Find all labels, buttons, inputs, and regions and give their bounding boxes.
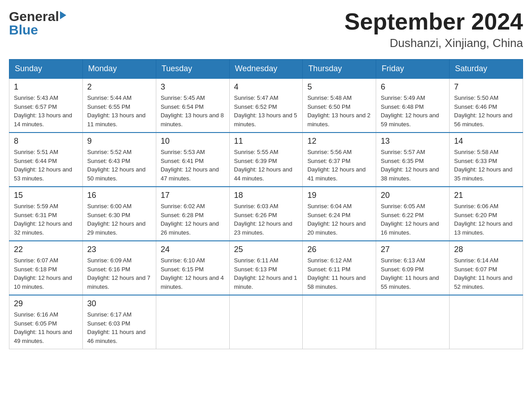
day-info: Sunrise: 6:16 AMSunset: 6:05 PMDaylight:… xyxy=(14,310,78,345)
calendar-week-row: 1 Sunrise: 5:43 AMSunset: 6:57 PMDayligh… xyxy=(9,78,523,133)
day-info: Sunrise: 6:14 AMSunset: 6:07 PMDaylight:… xyxy=(454,256,518,291)
calendar-table: Sunday Monday Tuesday Wednesday Thursday… xyxy=(9,59,523,349)
day-number: 24 xyxy=(161,245,225,254)
day-number: 10 xyxy=(161,137,225,146)
day-number: 6 xyxy=(381,82,445,92)
day-info: Sunrise: 5:51 AMSunset: 6:44 PMDaylight:… xyxy=(14,148,78,183)
day-number: 1 xyxy=(14,82,78,92)
day-info: Sunrise: 6:17 AMSunset: 6:03 PMDaylight:… xyxy=(87,310,151,345)
table-row: 1 Sunrise: 5:43 AMSunset: 6:57 PMDayligh… xyxy=(9,78,83,133)
table-row: 18 Sunrise: 6:03 AMSunset: 6:26 PMDaylig… xyxy=(229,187,303,241)
day-number: 26 xyxy=(307,245,371,254)
table-row: 23 Sunrise: 6:09 AMSunset: 6:16 PMDaylig… xyxy=(82,241,156,295)
day-number: 7 xyxy=(454,82,518,92)
day-info: Sunrise: 5:45 AMSunset: 6:54 PMDaylight:… xyxy=(161,94,225,128)
header-sunday: Sunday xyxy=(9,60,83,79)
day-info: Sunrise: 6:09 AMSunset: 6:16 PMDaylight:… xyxy=(87,256,151,291)
day-number: 3 xyxy=(161,82,225,92)
header-monday: Monday xyxy=(82,60,156,79)
day-number: 17 xyxy=(161,191,225,200)
day-number: 4 xyxy=(234,82,298,92)
header-friday: Friday xyxy=(376,60,450,79)
calendar-week-row: 29 Sunrise: 6:16 AMSunset: 6:05 PMDaylig… xyxy=(9,295,523,349)
day-number: 21 xyxy=(454,191,518,200)
calendar-subtitle: Dushanzi, Xinjiang, China xyxy=(344,36,523,50)
day-number: 18 xyxy=(234,191,298,200)
day-number: 23 xyxy=(87,245,151,254)
logo-general-text: General xyxy=(9,9,59,24)
day-info: Sunrise: 5:43 AMSunset: 6:57 PMDaylight:… xyxy=(14,94,78,128)
day-info: Sunrise: 6:06 AMSunset: 6:20 PMDaylight:… xyxy=(454,202,518,237)
calendar-week-row: 22 Sunrise: 6:07 AMSunset: 6:18 PMDaylig… xyxy=(9,241,523,295)
day-number: 16 xyxy=(87,191,151,200)
table-row: 10 Sunrise: 5:53 AMSunset: 6:41 PMDaylig… xyxy=(156,133,229,187)
day-info: Sunrise: 6:02 AMSunset: 6:28 PMDaylight:… xyxy=(161,202,225,237)
table-row: 9 Sunrise: 5:52 AMSunset: 6:43 PMDayligh… xyxy=(82,133,156,187)
day-number: 9 xyxy=(87,137,151,146)
day-info: Sunrise: 6:03 AMSunset: 6:26 PMDaylight:… xyxy=(234,202,298,237)
table-row: 12 Sunrise: 5:56 AMSunset: 6:37 PMDaylig… xyxy=(303,133,376,187)
day-number: 29 xyxy=(14,299,78,308)
day-info: Sunrise: 5:44 AMSunset: 6:55 PMDaylight:… xyxy=(87,94,151,128)
day-info: Sunrise: 5:48 AMSunset: 6:50 PMDaylight:… xyxy=(307,94,371,128)
calendar-week-row: 15 Sunrise: 5:59 AMSunset: 6:31 PMDaylig… xyxy=(9,187,523,241)
day-number: 27 xyxy=(381,245,445,254)
day-number: 13 xyxy=(381,137,445,146)
day-info: Sunrise: 5:57 AMSunset: 6:35 PMDaylight:… xyxy=(381,148,445,183)
day-number: 5 xyxy=(307,82,371,92)
day-info: Sunrise: 6:10 AMSunset: 6:15 PMDaylight:… xyxy=(161,256,225,291)
table-row: 16 Sunrise: 6:00 AMSunset: 6:30 PMDaylig… xyxy=(82,187,156,241)
table-row: 7 Sunrise: 5:50 AMSunset: 6:46 PMDayligh… xyxy=(450,78,523,133)
day-number: 15 xyxy=(14,191,78,200)
table-row: 6 Sunrise: 5:49 AMSunset: 6:48 PMDayligh… xyxy=(376,78,450,133)
day-info: Sunrise: 6:07 AMSunset: 6:18 PMDaylight:… xyxy=(14,256,78,291)
day-number: 2 xyxy=(87,82,151,92)
table-row xyxy=(450,295,523,349)
table-row: 30 Sunrise: 6:17 AMSunset: 6:03 PMDaylig… xyxy=(82,295,156,349)
table-row: 28 Sunrise: 6:14 AMSunset: 6:07 PMDaylig… xyxy=(450,241,523,295)
day-info: Sunrise: 6:04 AMSunset: 6:24 PMDaylight:… xyxy=(307,202,371,237)
table-row: 26 Sunrise: 6:12 AMSunset: 6:11 PMDaylig… xyxy=(303,241,376,295)
day-info: Sunrise: 6:12 AMSunset: 6:11 PMDaylight:… xyxy=(307,256,371,291)
table-row: 27 Sunrise: 6:13 AMSunset: 6:09 PMDaylig… xyxy=(376,241,450,295)
table-row: 29 Sunrise: 6:16 AMSunset: 6:05 PMDaylig… xyxy=(9,295,83,349)
day-info: Sunrise: 5:49 AMSunset: 6:48 PMDaylight:… xyxy=(381,94,445,128)
day-number: 22 xyxy=(14,245,78,254)
header-thursday: Thursday xyxy=(303,60,376,79)
table-row: 11 Sunrise: 5:55 AMSunset: 6:39 PMDaylig… xyxy=(229,133,303,187)
day-number: 25 xyxy=(234,245,298,254)
table-row: 2 Sunrise: 5:44 AMSunset: 6:55 PMDayligh… xyxy=(82,78,156,133)
day-info: Sunrise: 6:13 AMSunset: 6:09 PMDaylight:… xyxy=(381,256,445,291)
logo-arrow-icon xyxy=(60,11,66,19)
table-row: 17 Sunrise: 6:02 AMSunset: 6:28 PMDaylig… xyxy=(156,187,229,241)
day-number: 20 xyxy=(381,191,445,200)
header-saturday: Saturday xyxy=(450,60,523,79)
table-row xyxy=(229,295,303,349)
day-info: Sunrise: 5:58 AMSunset: 6:33 PMDaylight:… xyxy=(454,148,518,183)
table-row: 8 Sunrise: 5:51 AMSunset: 6:44 PMDayligh… xyxy=(9,133,83,187)
table-row: 15 Sunrise: 5:59 AMSunset: 6:31 PMDaylig… xyxy=(9,187,83,241)
calendar-week-row: 8 Sunrise: 5:51 AMSunset: 6:44 PMDayligh… xyxy=(9,133,523,187)
days-header-row: Sunday Monday Tuesday Wednesday Thursday… xyxy=(9,60,523,79)
table-row: 19 Sunrise: 6:04 AMSunset: 6:24 PMDaylig… xyxy=(303,187,376,241)
table-row: 4 Sunrise: 5:47 AMSunset: 6:52 PMDayligh… xyxy=(229,78,303,133)
table-row: 14 Sunrise: 5:58 AMSunset: 6:33 PMDaylig… xyxy=(450,133,523,187)
day-number: 14 xyxy=(454,137,518,146)
table-row xyxy=(156,295,229,349)
logo-blue-text: Blue xyxy=(9,22,38,38)
day-info: Sunrise: 5:55 AMSunset: 6:39 PMDaylight:… xyxy=(234,148,298,183)
day-info: Sunrise: 6:11 AMSunset: 6:13 PMDaylight:… xyxy=(234,256,298,291)
day-info: Sunrise: 6:05 AMSunset: 6:22 PMDaylight:… xyxy=(381,202,445,237)
page-header: General Blue September 2024 Dushanzi, Xi… xyxy=(9,9,523,50)
day-number: 28 xyxy=(454,245,518,254)
day-info: Sunrise: 5:53 AMSunset: 6:41 PMDaylight:… xyxy=(161,148,225,183)
table-row xyxy=(376,295,450,349)
header-wednesday: Wednesday xyxy=(229,60,303,79)
day-number: 8 xyxy=(14,137,78,146)
day-info: Sunrise: 5:56 AMSunset: 6:37 PMDaylight:… xyxy=(307,148,371,183)
table-row: 13 Sunrise: 5:57 AMSunset: 6:35 PMDaylig… xyxy=(376,133,450,187)
day-info: Sunrise: 5:52 AMSunset: 6:43 PMDaylight:… xyxy=(87,148,151,183)
table-row: 24 Sunrise: 6:10 AMSunset: 6:15 PMDaylig… xyxy=(156,241,229,295)
day-info: Sunrise: 5:47 AMSunset: 6:52 PMDaylight:… xyxy=(234,94,298,128)
calendar-title: September 2024 xyxy=(344,9,523,34)
